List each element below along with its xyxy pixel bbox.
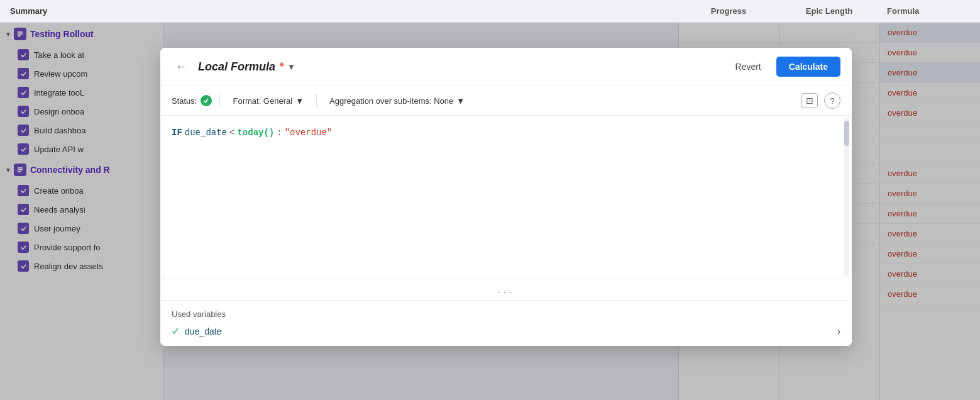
scrollbar-thumb[interactable]	[844, 121, 849, 146]
toolbar-divider-1	[219, 94, 220, 107]
status-dot	[201, 95, 212, 106]
scrollbar-track[interactable]	[844, 118, 849, 276]
header-formula: Formula	[879, 6, 980, 16]
modal-chevron-icon[interactable]: ▼	[287, 62, 295, 72]
aggregation-label: Aggregation over sub-items: None	[329, 96, 453, 106]
formula-editor[interactable]: IF due_date < today() : "overdue"	[160, 116, 852, 279]
help-button[interactable]: ?	[824, 92, 840, 109]
aggregation-chevron-icon: ▼	[456, 96, 465, 106]
aggregation-dropdown[interactable]: Aggregation over sub-items: None ▼	[324, 94, 470, 108]
variable-arrow-icon[interactable]: ›	[837, 326, 840, 337]
expand-button[interactable]: ⊡	[801, 93, 818, 108]
formula-line: IF due_date < today() : "overdue"	[172, 126, 332, 140]
format-dropdown[interactable]: Format: General ▼	[228, 94, 309, 108]
header-row: Summary Progress Epic Length Formula	[0, 0, 980, 23]
format-chevron-icon: ▼	[295, 96, 304, 106]
status-label: Status:	[172, 96, 197, 106]
variable-row: ✓ due_date ›	[172, 325, 840, 337]
modal-title: Local Formula * ▼	[198, 60, 295, 74]
fn-today: today()	[237, 126, 274, 140]
modal-title-text: Local Formula	[198, 60, 275, 74]
variable-check-icon: ✓	[172, 325, 180, 337]
status-indicator: Status:	[172, 95, 212, 106]
main-container: Summary Progress Epic Length Formula ▼ T…	[0, 0, 980, 400]
modal-header-actions: Revert Calculate	[727, 57, 840, 77]
colon: :	[277, 126, 282, 140]
used-variables-section: Used variables ✓ due_date ›	[160, 301, 852, 346]
used-variables-title: Used variables	[172, 309, 840, 319]
content-area: ▼ Testing Rollout Take a look at Review …	[0, 23, 980, 400]
format-label: Format: General	[233, 96, 292, 106]
calculate-button[interactable]: Calculate	[776, 57, 840, 77]
toolbar-divider-2	[316, 94, 317, 107]
formula-editor-content: IF due_date < today() : "overdue"	[172, 126, 840, 140]
toolbar-right: ⊡ ?	[801, 92, 840, 109]
formula-modal: ← Local Formula * ▼ Revert Calculate Sta…	[160, 48, 852, 346]
keyword-if: IF	[172, 126, 182, 140]
revert-button[interactable]: Revert	[727, 58, 770, 75]
variable-name[interactable]: due_date	[185, 326, 221, 336]
header-summary: Summary	[0, 6, 678, 16]
string-overdue: "overdue"	[285, 126, 333, 140]
modal-header: ← Local Formula * ▼ Revert Calculate	[160, 48, 852, 86]
var-due-date: due_date	[185, 126, 227, 140]
modal-toolbar: Status: Format: General ▼ Aggregation ov…	[160, 86, 852, 116]
drag-handle[interactable]: ...	[160, 279, 852, 301]
header-epic-length: Epic Length	[779, 6, 879, 16]
header-progress: Progress	[678, 6, 779, 16]
variable-left: ✓ due_date	[172, 325, 221, 337]
modal-asterisk: *	[279, 60, 284, 74]
modal-back-button[interactable]: ←	[172, 59, 190, 75]
operator-lt: <	[229, 126, 234, 140]
